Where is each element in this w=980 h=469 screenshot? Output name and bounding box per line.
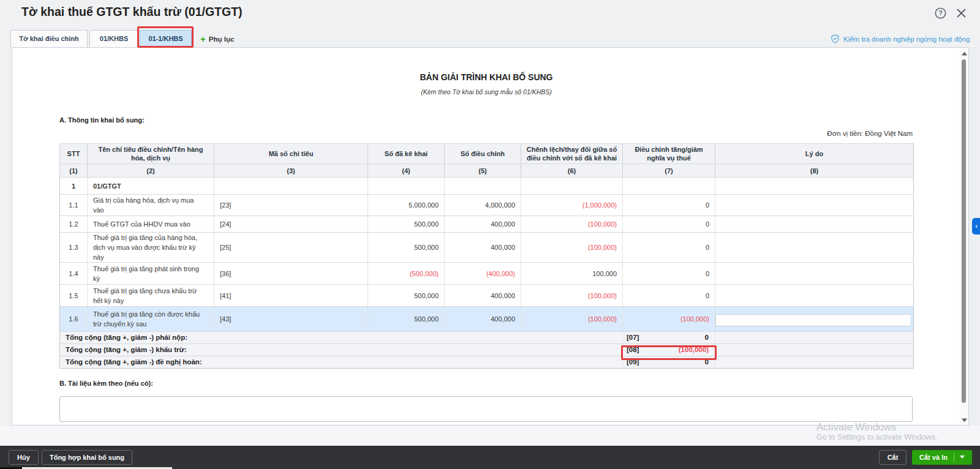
svg-text:?: ?	[938, 9, 943, 17]
